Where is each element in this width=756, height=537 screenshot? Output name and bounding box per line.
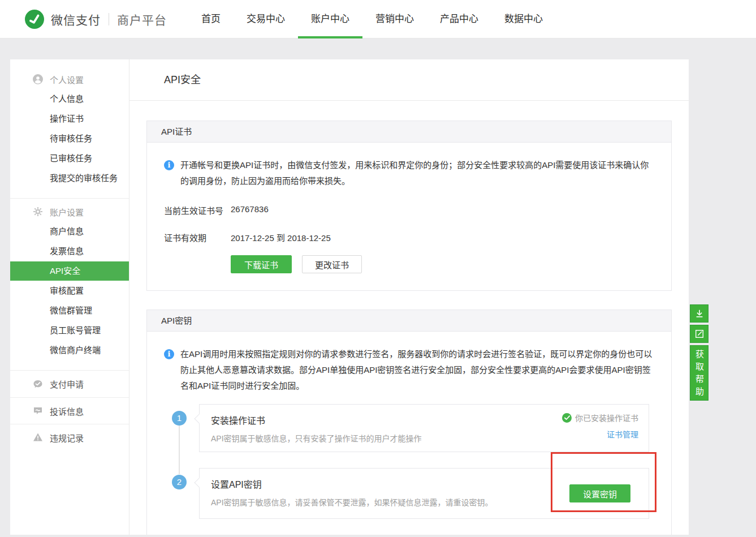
nav-transaction-center[interactable]: 交易中心 — [234, 0, 298, 38]
sidebar-section-account: 账户设置 商户信息 发票信息 API安全 审核配置 微信群管理 员工账号管理 微… — [10, 198, 129, 365]
api-key-panel-body: i 在API调用时用来按照指定规则对你的请求参数进行签名，服务器收到你的请求时会… — [147, 332, 671, 535]
sidebar-item-merchant-info[interactable]: 商户信息 — [10, 222, 129, 241]
cert-info-row: i 开通帐号和更换API证书时，由微信支付签发，用来标识和界定你的身份；部分安全… — [164, 157, 654, 189]
nav-marketing-label: 营销中心 — [375, 14, 414, 24]
key-info-row: i 在API调用时用来按照指定规则对你的请求参数进行签名，服务器收到你的请求时会… — [164, 346, 654, 394]
download-cert-button[interactable]: 下载证书 — [231, 255, 292, 273]
nav-marketing-center[interactable]: 营销中心 — [362, 0, 427, 38]
nav-data-center[interactable]: 数据中心 — [491, 0, 556, 38]
sidebar-payment-application-label: 支付申请 — [50, 378, 84, 390]
brand-name: 微信支付 — [51, 11, 101, 28]
sidebar-links: 支付申请 投诉信息 违 — [10, 370, 129, 450]
cert-number-label: 当前生效证书号 — [164, 204, 231, 216]
nav-home[interactable]: 首页 — [188, 0, 234, 38]
download-float-button[interactable] — [690, 304, 709, 323]
api-key-panel-header: API密钥 — [147, 310, 671, 332]
step2-set-api-key-box: 设置API密钥 API密钥属于敏感信息，请妥善保管不要泄露，如果怀疑信息泄露，请… — [199, 468, 649, 519]
sidebar-item-review-config[interactable]: 审核配置 — [10, 281, 129, 300]
api-cert-panel-header: API证书 — [147, 121, 671, 143]
warning-icon — [33, 432, 43, 443]
top-header: 微信支付 商户平台 首页 交易中心 账户中心 营销中心 产品中心 数据中心 — [0, 0, 756, 38]
cert-validity-value: 2017-12-25 到 2018-12-25 — [231, 231, 331, 243]
sidebar-header-personal-settings: 个人设置 — [10, 70, 129, 89]
cert-validity-label: 证书有效期 — [164, 231, 231, 243]
sidebar-section2-title: 账户设置 — [50, 206, 84, 218]
chat-check-icon — [33, 379, 43, 389]
step1-number-badge: 1 — [172, 411, 187, 426]
sidebar-item-pending-review[interactable]: 待审核任务 — [10, 129, 129, 148]
sidebar-item-payment-application[interactable]: 支付申请 — [10, 371, 129, 397]
feedback-float-button[interactable] — [690, 325, 709, 343]
step1-notch — [195, 414, 204, 424]
nav-product-label: 产品中心 — [440, 14, 478, 24]
brand-platform: 商户平台 — [117, 11, 167, 28]
step1-status-block: 你已安装操作证书 证书管理 — [562, 412, 638, 440]
main-content: API安全 API证书 i 开通帐号和更换API证书时，由微信支付签发，用来标识… — [129, 59, 689, 535]
key-steps: 1 2 安装操作证书 API密钥属于敏感信息，只有安装了操作证书的用户才能操作 — [164, 404, 654, 519]
sidebar-complaint-info-label: 投诉信息 — [50, 405, 84, 417]
cert-validity-row: 证书有效期 2017-12-25 到 2018-12-25 — [164, 231, 654, 243]
cert-number-value: 26767836 — [231, 204, 269, 216]
step1-status-text: 你已安装操作证书 — [575, 412, 638, 423]
brand-divider — [109, 13, 109, 25]
step2-notch — [195, 478, 204, 488]
sidebar-item-wechat-merchant-terminal[interactable]: 微信商户终端 — [10, 341, 129, 360]
sidebar-item-operation-cert[interactable]: 操作证书 — [10, 109, 129, 128]
nav-product-center[interactable]: 产品中心 — [427, 0, 491, 38]
step1-install-cert-box: 安装操作证书 API密钥属于敏感信息，只有安装了操作证书的用户才能操作 你已安装… — [199, 404, 649, 452]
cert-management-link[interactable]: 证书管理 — [607, 428, 638, 440]
sidebar-violation-record-label: 违规记录 — [50, 432, 84, 444]
main-nav: 首页 交易中心 账户中心 营销中心 产品中心 数据中心 — [188, 0, 556, 38]
nav-data-label: 数据中心 — [504, 14, 543, 24]
wechat-pay-logo-icon — [25, 10, 44, 29]
edit-icon — [694, 329, 705, 339]
set-api-key-button[interactable]: 设置密钥 — [569, 484, 630, 502]
sidebar-item-personal-info[interactable]: 个人信息 — [10, 89, 129, 109]
sidebar-item-staff-account-mgmt[interactable]: 员工账号管理 — [10, 321, 129, 340]
info-icon: i — [164, 160, 174, 170]
step-connector-line — [179, 426, 180, 474]
nav-account-label: 账户中心 — [311, 14, 349, 24]
download-icon — [694, 308, 705, 319]
api-cert-panel-body: i 开通帐号和更换API证书时，由微信支付签发，用来标识和界定你的身份；部分安全… — [147, 143, 671, 290]
gear-icon — [33, 207, 43, 217]
page-title: API安全 — [129, 59, 689, 101]
sidebar-item-complaint-info[interactable]: 投诉信息 — [10, 397, 129, 424]
api-key-panel: API密钥 i 在API调用时用来按照指定规则对你的请求参数进行签名，服务器收到… — [146, 310, 672, 535]
check-circle-icon — [562, 413, 572, 423]
user-icon — [33, 74, 43, 84]
nav-home-label: 首页 — [201, 14, 221, 24]
sidebar-item-reviewed[interactable]: 已审核任务 — [10, 149, 129, 168]
get-help-button[interactable]: 获取帮助 — [690, 345, 709, 401]
active-tab-underline — [298, 36, 362, 38]
api-cert-panel: API证书 i 开通帐号和更换API证书时，由微信支付签发，用来标识和界定你的身… — [146, 121, 672, 291]
sidebar-section-personal: 个人设置 个人信息 操作证书 待审核任务 已审核任务 我提交的审核任务 — [10, 59, 129, 193]
floating-help-bar: 获取帮助 — [690, 304, 709, 401]
sidebar-item-invoice-info[interactable]: 发票信息 — [10, 242, 129, 261]
nav-transaction-label: 交易中心 — [247, 14, 285, 24]
key-info-text: 在API调用时用来按照指定规则对你的请求参数进行签名，服务器收到你的请求时会进行… — [180, 346, 654, 394]
cert-buttons-row: 下载证书 更改证书 — [164, 255, 654, 273]
cert-number-row: 当前生效证书号 26767836 — [164, 204, 654, 216]
screen: 微信支付 商户平台 首页 交易中心 账户中心 营销中心 产品中心 数据中心 — [0, 0, 756, 537]
step2-number-badge: 2 — [172, 475, 187, 489]
brand[interactable]: 微信支付 商户平台 — [25, 10, 167, 29]
sidebar-item-api-security[interactable]: API安全 — [10, 261, 129, 281]
info-icon: i — [164, 349, 174, 359]
sidebar: 个人设置 个人信息 操作证书 待审核任务 已审核任务 我提交的审核任务 — [10, 59, 129, 535]
sidebar-item-wechat-group-mgmt[interactable]: 微信群管理 — [10, 301, 129, 320]
comment-icon — [33, 406, 43, 416]
sidebar-header-account-settings: 账户设置 — [10, 202, 129, 221]
step1-status-line: 你已安装操作证书 — [562, 412, 638, 423]
sidebar-item-my-submitted-review[interactable]: 我提交的审核任务 — [10, 169, 129, 188]
sidebar-section1-title: 个人设置 — [50, 74, 84, 85]
nav-account-center[interactable]: 账户中心 — [298, 0, 362, 38]
cert-info-text: 开通帐号和更换API证书时，由微信支付签发，用来标识和界定你的身份；部分安全性要… — [180, 157, 654, 189]
change-cert-button[interactable]: 更改证书 — [302, 255, 362, 273]
sidebar-item-violation-record[interactable]: 违规记录 — [10, 424, 129, 450]
